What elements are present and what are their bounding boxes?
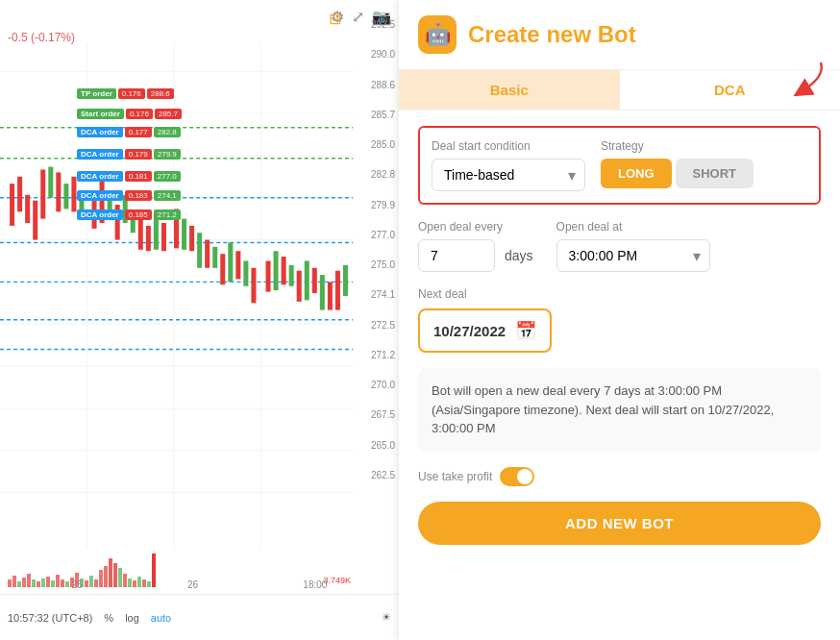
deal-start-section: Deal start condition Time-based Manual P…	[418, 126, 821, 205]
svg-rect-59	[320, 275, 325, 310]
dca-order-1-label: DCA order 0.177 282.8	[77, 127, 181, 137]
chart-area: ⚙ ⤢ 📷 ⊟ -0.5 (-0.17%) 292.5 290.0 288.6 …	[0, 0, 399, 640]
svg-rect-21	[10, 184, 14, 226]
svg-rect-44	[197, 233, 202, 268]
svg-rect-40	[161, 223, 166, 251]
svg-rect-43	[189, 226, 194, 251]
open-deal-at-select-wrapper: 3:00:00 PM 12:00:00 AM 3:00:00 AM 6:00:0…	[556, 239, 710, 272]
chart-time: 10:57:32 (UTC+8)	[8, 612, 92, 624]
x-label-25: 25	[72, 579, 83, 590]
svg-rect-52	[266, 260, 271, 291]
info-box: Bot will open a new deal every 7 days at…	[418, 368, 821, 452]
take-profit-label: Use take profit	[418, 470, 492, 483]
bot-icon: 🤖	[418, 15, 457, 54]
svg-rect-42	[182, 219, 186, 250]
svg-rect-29	[71, 177, 76, 212]
deal-start-select-wrapper: Time-based Manual Price drop Price rise …	[432, 159, 585, 191]
deal-start-select[interactable]: Time-based Manual Price drop Price rise	[432, 159, 585, 191]
svg-rect-60	[328, 282, 333, 309]
open-deal-every-label: Open deal every	[418, 220, 533, 234]
open-deal-at-select[interactable]: 3:00:00 PM 12:00:00 AM 3:00:00 AM 6:00:0…	[556, 239, 710, 272]
next-deal-label: Next deal	[418, 287, 821, 301]
short-button[interactable]: SHORT	[676, 159, 754, 188]
tab-dca[interactable]: DCA	[620, 70, 841, 110]
next-deal-section: Next deal 10/27/2022 📅	[418, 287, 821, 353]
chart-log[interactable]: log	[125, 612, 139, 624]
open-deal-row: Open deal every days Open deal at 3:00:0…	[418, 220, 821, 272]
svg-rect-26	[48, 167, 53, 198]
next-deal-date: 10/27/2022	[433, 323, 506, 339]
dca-order-5-label: DCA order 0.185 271.2	[77, 209, 181, 220]
dca-order-2-label: DCA order 0.179 279.9	[77, 149, 181, 160]
svg-rect-22	[17, 177, 22, 212]
svg-rect-48	[228, 242, 233, 282]
x-label-26: 26	[187, 579, 198, 590]
filter-icon[interactable]: ⊟	[329, 10, 341, 28]
svg-rect-28	[63, 184, 68, 209]
right-panel: 🤖 Create new Bot Basic DCA Deal start co…	[399, 0, 840, 640]
panel-title: Create new Bot	[468, 21, 636, 48]
toggle-knob	[517, 469, 532, 484]
days-unit: days	[505, 248, 533, 263]
strategy-field: Strategy LONG SHORT	[601, 139, 754, 188]
chart-auto[interactable]: auto	[151, 612, 171, 624]
deal-start-label: Deal start condition	[432, 139, 585, 153]
svg-rect-57	[305, 260, 309, 300]
dca-order-4-label: DCA order 0.183 274.1	[77, 190, 181, 201]
open-deal-every-field: Open deal every days	[418, 220, 533, 272]
svg-rect-37	[138, 219, 143, 250]
svg-rect-27	[56, 172, 61, 211]
chart-percent[interactable]: %	[104, 612, 113, 624]
svg-rect-51	[251, 268, 256, 304]
panel-header: 🤖 Create new Bot	[399, 0, 840, 70]
chart-bottom-bar: 10:57:32 (UTC+8) % log auto ☀	[0, 594, 399, 640]
svg-rect-56	[297, 271, 302, 302]
svg-rect-49	[235, 251, 240, 279]
deal-start-field: Deal start condition Time-based Manual P…	[432, 139, 585, 191]
strategy-label: Strategy	[601, 139, 754, 153]
svg-rect-38	[146, 226, 151, 251]
svg-rect-24	[33, 201, 37, 240]
sun-icon[interactable]: ☀	[382, 611, 391, 624]
open-deal-at-field: Open deal at 3:00:00 PM 12:00:00 AM 3:00…	[556, 220, 710, 272]
date-input-wrapper[interactable]: 10/27/2022 📅	[418, 308, 552, 353]
strategy-group: LONG SHORT	[601, 159, 754, 188]
svg-rect-54	[282, 257, 286, 284]
open-deal-every-input[interactable]	[418, 239, 495, 272]
tp-order-label: TP order 0.176 288.6	[77, 88, 174, 99]
svg-rect-23	[25, 195, 30, 223]
add-new-bot-button[interactable]: ADD NEW BOT	[418, 502, 821, 545]
take-profit-row: Use take profit	[418, 467, 821, 486]
expand-icon[interactable]: ⤢	[352, 8, 364, 26]
panel-content: Deal start condition Time-based Manual P…	[399, 111, 840, 560]
take-profit-toggle[interactable]	[500, 467, 534, 486]
y-axis: 292.5 290.0 288.6 285.7 285.0 282.8 279.…	[371, 0, 395, 519]
svg-rect-53	[274, 251, 279, 290]
dca-order-3-label: DCA order 0.181 277.0	[77, 171, 181, 182]
svg-rect-50	[243, 260, 248, 285]
x-axis: 25 26 18:00	[0, 579, 399, 590]
long-button[interactable]: LONG	[601, 159, 672, 188]
svg-rect-25	[40, 170, 45, 219]
tabs: Basic DCA	[399, 70, 840, 111]
svg-rect-45	[205, 240, 210, 268]
svg-rect-46	[212, 247, 217, 268]
svg-rect-62	[343, 265, 348, 296]
calendar-icon: 📅	[515, 320, 536, 341]
open-deal-at-label: Open deal at	[556, 220, 710, 234]
price-change: -0.5 (-0.17%)	[8, 31, 75, 44]
svg-rect-47	[220, 254, 225, 284]
svg-rect-58	[312, 268, 317, 293]
tab-basic[interactable]: Basic	[399, 70, 620, 110]
x-label-1800: 18:00	[303, 579, 327, 590]
svg-rect-55	[289, 265, 294, 286]
start-order-label: Start order 0.176 285.7	[77, 109, 182, 119]
svg-rect-61	[335, 271, 340, 310]
